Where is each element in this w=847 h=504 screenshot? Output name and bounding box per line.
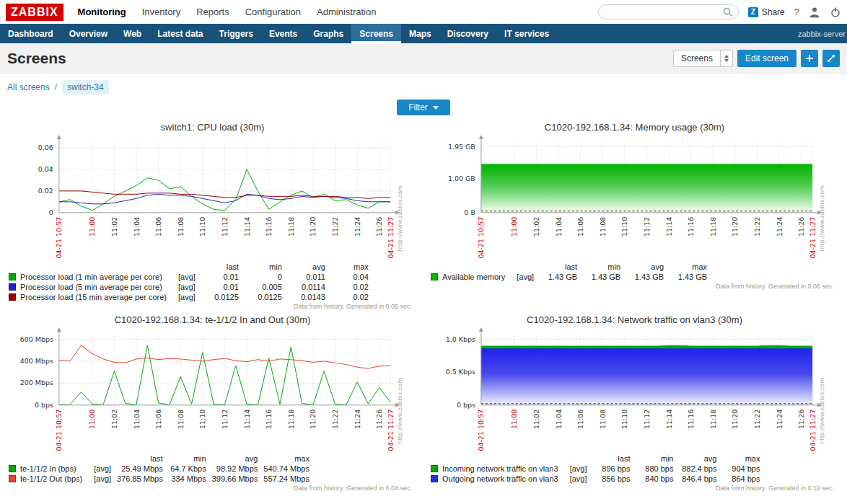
svg-text:0 bps: 0 bps [35,400,53,408]
nav-triggers[interactable]: Triggers [211,24,261,43]
svg-text:11:08: 11:08 [599,217,607,236]
top-header: ZABBIX Monitoring Inventory Reports Conf… [0,0,847,24]
svg-text:1.00 GB: 1.00 GB [448,174,475,182]
legend-value: 880 bps [633,464,676,474]
search-input[interactable] [606,6,719,18]
edit-screen-button[interactable]: Edit screen [737,50,796,67]
legend-label: Processor load (5 min average per core) [6,282,170,292]
share-link[interactable]: Z Share [748,7,785,17]
legend-header-row: lastminavgmax [6,454,312,464]
x-axis-labels: 04-21 10:5711:0011:0211:0411:0611:0811:1… [477,409,816,451]
select-arrows-icon [720,50,732,66]
legend-function: [avg] [508,272,537,282]
svg-text:0.04: 0.04 [38,165,53,173]
nav-events[interactable]: Events [261,24,305,43]
svg-text:04-21 11:27: 04-21 11:27 [809,217,817,259]
svg-text:11:18: 11:18 [287,217,295,236]
menu-configuration[interactable]: Configuration [245,6,301,17]
svg-text:11:10: 11:10 [198,409,206,428]
legend-function: [avg] [561,474,590,484]
svg-text:11:16: 11:16 [687,217,695,236]
svg-text:11:08: 11:08 [177,409,185,428]
plus-icon [805,54,814,63]
menu-monitoring[interactable]: Monitoring [78,6,126,17]
legend-column-header: avg [676,454,719,464]
menu-administration[interactable]: Administration [317,6,376,17]
vlan-traffic-graph[interactable]: 04-21 10:5711:0011:0211:0411:0611:0811:1… [426,326,843,454]
watermark: http://www.zabbix.com [819,185,825,252]
x-axis-labels: 04-21 10:5711:0011:0211:0411:0611:0811:1… [477,217,816,259]
nav-discovery[interactable]: Discovery [439,24,496,43]
nav-screens[interactable]: Screens [351,24,401,43]
filter-button[interactable]: Filter [397,100,450,115]
legend-value: 0 [242,272,285,282]
legend-label: Outgoing network traffic on vlan3 [428,474,561,484]
server-name-label: zabbix-server [798,24,847,43]
legend-column-header: min [242,262,285,272]
nav-latest-data[interactable]: Latest data [149,24,211,43]
nav-dashboard[interactable]: Dashboard [0,24,61,43]
svg-text:11:12: 11:12 [643,409,651,428]
svg-text:04-21 10:57: 04-21 10:57 [477,217,485,259]
svg-text:11:02: 11:02 [110,409,118,428]
breadcrumb-all-screens[interactable]: All screens [7,82,50,92]
breadcrumb-separator: / [55,82,57,92]
svg-text:04-21 11:27: 04-21 11:27 [387,409,395,451]
legend-color-swatch [9,273,16,280]
svg-text:11:14: 11:14 [665,409,673,428]
svg-text:200 Mbps: 200 Mbps [20,379,53,386]
svg-text:11:04: 11:04 [133,409,141,428]
legend-value: 0.01 [198,282,242,292]
legend-value: 64.7 Kbps [166,464,209,474]
nav-graphs[interactable]: Graphs [305,24,351,43]
menu-reports[interactable]: Reports [196,6,229,17]
nav-web[interactable]: Web [115,24,149,43]
page-title-bar: Screens Screens Edit screen [0,43,847,74]
svg-text:11:26: 11:26 [375,217,383,236]
zabbix-logo[interactable]: ZABBIX [6,4,63,21]
svg-text:11:10: 11:10 [198,217,206,236]
svg-text:11:10: 11:10 [620,409,628,428]
chart-title: C1020-192.168.1.34: te-1/1/2 In and Out … [4,311,421,326]
legend-spacer [6,454,85,464]
legend-value: 0.01 [198,272,242,282]
legend-spacer [85,454,114,464]
legend-value: 376.85 Mbps [114,474,166,484]
profile-icon[interactable] [809,6,820,18]
legend-function: [avg] [85,474,114,484]
logout-icon[interactable] [830,6,841,18]
legend-value: 896 bps [589,464,633,474]
svg-text:11:00: 11:00 [88,409,96,428]
legend-column-header: last [537,262,580,272]
interface-traffic-graph[interactable]: 04-21 10:5711:0011:0211:0411:0611:0811:1… [4,326,421,454]
legend-spacer [6,262,170,272]
search-box [598,4,739,19]
svg-text:0 B: 0 B [464,208,475,216]
legend-value: 1.43 GB [623,272,667,282]
fullscreen-button[interactable] [822,50,840,67]
help-link[interactable]: ? [794,6,799,17]
search-icon[interactable] [723,7,733,17]
svg-text:0.06: 0.06 [38,143,53,151]
nav-maps[interactable]: Maps [401,24,439,43]
svg-text:11:22: 11:22 [753,409,761,428]
nav-overview[interactable]: Overview [61,24,115,43]
breadcrumb-current-screen[interactable]: switch-34 [62,80,109,94]
legend-function: [avg] [561,464,590,474]
series [481,345,812,405]
memory-usage-graph[interactable]: 04-21 10:5711:0011:0211:0411:0611:0811:1… [426,133,843,262]
legend-column-header: max [719,454,763,464]
add-button[interactable] [801,50,818,67]
svg-text:11:08: 11:08 [599,409,607,428]
screens-select[interactable]: Screens [673,50,733,67]
chart-footer: Data from history. Generated in 0.06 sec… [426,283,843,290]
legend-color-swatch [431,465,438,472]
svg-text:11:24: 11:24 [776,217,784,236]
cpu-load-graph[interactable]: 04-21 10:5711:0011:0211:0411:0611:0811:1… [4,133,421,262]
legend-value: 840 bps [633,474,676,484]
nav-it-services[interactable]: IT services [496,24,557,43]
legend-column-header: min [633,454,676,464]
legend-value: 0.04 [328,272,372,282]
svg-text:11:20: 11:20 [731,217,739,236]
menu-inventory[interactable]: Inventory [142,6,180,17]
